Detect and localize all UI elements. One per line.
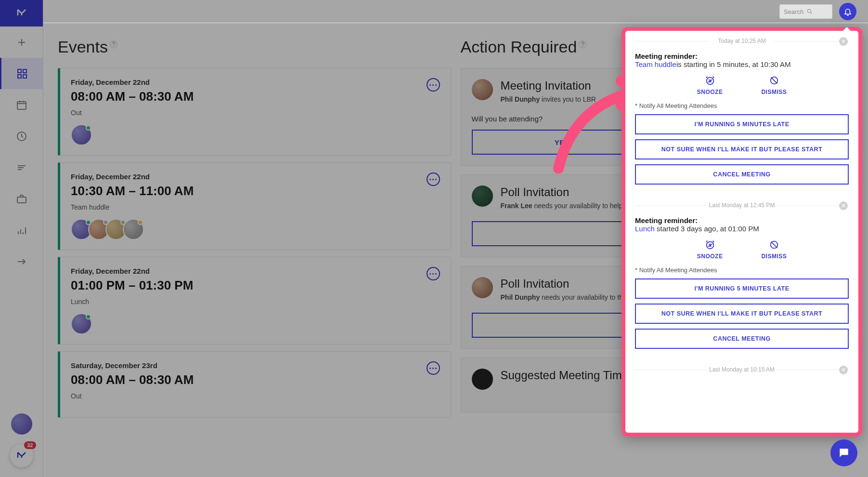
snooze-button[interactable]: SNOOZE xyxy=(697,239,723,260)
sidebar: 32 xyxy=(0,0,43,477)
app-logo[interactable] xyxy=(0,0,43,26)
action-subtitle: Phil Dunphy invites you to LBR xyxy=(501,95,596,103)
nav-list[interactable] xyxy=(0,152,43,183)
notification-card: Meeting reminder: Team huddleis starting… xyxy=(635,49,849,198)
event-card[interactable]: Friday, December 22nd 08:00 AM – 08:30 A… xyxy=(58,68,451,156)
notif-title: Meeting reminder: xyxy=(635,52,849,60)
event-title: Team huddle xyxy=(71,203,440,211)
user-avatar[interactable] xyxy=(11,413,32,435)
topbar: Search xyxy=(43,0,868,23)
event-card[interactable]: Friday, December 22nd 01:00 PM – 01:30 P… xyxy=(58,257,451,344)
snooze-icon xyxy=(705,239,715,250)
event-more-button[interactable] xyxy=(427,78,440,92)
notif-subtitle: Lunch started 3 days ago, at 01:00 PM xyxy=(635,225,849,233)
help-icon[interactable]: ? xyxy=(110,40,117,48)
search-icon xyxy=(806,8,813,15)
action-subtitle: Phil Dunphy needs your availability to t… xyxy=(501,293,627,301)
plus-icon xyxy=(16,37,27,48)
event-date: Saturday, December 23rd xyxy=(71,361,440,370)
svg-point-7 xyxy=(808,9,811,13)
notif-link[interactable]: Team huddle xyxy=(635,60,676,68)
svg-rect-4 xyxy=(17,102,26,109)
action-title: Poll Invitation xyxy=(501,277,627,291)
action-title: Meeting Invitation xyxy=(501,79,596,93)
bell-icon xyxy=(843,7,852,16)
search-placeholder: Search xyxy=(784,8,803,15)
chat-fab[interactable] xyxy=(830,439,857,466)
notification-panel: Today at 10:25 AM ✕ Meeting reminder: Te… xyxy=(625,31,858,433)
nav-add[interactable] xyxy=(0,26,43,58)
running-late-button[interactable]: I'M RUNNING 5 MINUTES LATE xyxy=(635,114,849,134)
notif-link[interactable]: Lunch xyxy=(635,225,655,233)
svg-rect-0 xyxy=(18,69,21,73)
inviter-avatar xyxy=(472,277,493,298)
event-card[interactable]: Friday, December 22nd 10:30 AM – 11:00 A… xyxy=(58,162,451,250)
snooze-icon xyxy=(705,75,715,86)
nav-calendar[interactable] xyxy=(0,89,43,120)
lines-icon xyxy=(16,162,27,173)
notif-title: Meeting reminder: xyxy=(635,216,849,225)
notif-close-button[interactable]: ✕ xyxy=(839,201,848,210)
help-icon[interactable]: ? xyxy=(579,40,586,48)
notif-close-button[interactable]: ✕ xyxy=(839,366,848,374)
notif-subtitle: Team huddleis starting in 5 minutes, at … xyxy=(635,60,849,68)
notify-all-label: * Notify All Meeting Attendees xyxy=(635,266,849,274)
nav-stats[interactable] xyxy=(0,214,43,246)
dismiss-button[interactable]: DISMISS xyxy=(761,239,787,260)
notif-timestamp: Last Monday at 12:45 PM xyxy=(635,202,849,209)
notifications-button[interactable] xyxy=(839,3,856,20)
notif-timestamp: Last Monday at 10:15 AM xyxy=(635,366,849,373)
svg-rect-2 xyxy=(18,75,21,78)
event-date: Friday, December 22nd xyxy=(71,172,440,181)
event-title: Out xyxy=(71,109,440,117)
notification-tray-pointer xyxy=(842,27,852,32)
nav-dashboard[interactable] xyxy=(0,58,43,89)
suggestion-avatar xyxy=(472,369,493,390)
inviter-avatar xyxy=(472,79,493,100)
nav-briefcase[interactable] xyxy=(0,183,43,214)
event-date: Friday, December 22nd xyxy=(71,78,440,86)
briefcase-icon xyxy=(16,193,27,205)
event-more-button[interactable] xyxy=(427,172,440,186)
dismiss-icon xyxy=(769,75,779,86)
notification-card: Meeting reminder: Lunch started 3 days a… xyxy=(635,213,849,362)
svg-rect-6 xyxy=(17,197,26,203)
snooze-button[interactable]: SNOOZE xyxy=(697,75,723,95)
clock-icon xyxy=(16,131,27,142)
grid-icon xyxy=(16,68,28,80)
running-late-button[interactable]: I'M RUNNING 5 MINUTES LATE xyxy=(635,278,849,299)
attendee-avatar xyxy=(71,124,92,146)
event-time: 08:00 AM – 08:30 AM xyxy=(71,372,440,387)
event-card[interactable]: Saturday, December 23rd 08:00 AM – 08:30… xyxy=(58,351,451,418)
notify-all-label: * Notify All Meeting Attendees xyxy=(635,102,849,109)
cancel-meeting-button[interactable]: CANCEL MEETING xyxy=(635,164,849,185)
help-button[interactable]: 32 xyxy=(10,444,33,467)
chat-icon xyxy=(838,447,850,459)
nav-collapse[interactable] xyxy=(0,246,43,277)
search-input[interactable]: Search xyxy=(779,4,832,19)
event-more-button[interactable] xyxy=(427,361,440,375)
arrow-right-icon xyxy=(16,256,27,267)
notif-close-button[interactable]: ✕ xyxy=(839,37,848,46)
not-sure-button[interactable]: NOT SURE WHEN I'LL MAKE IT BUT PLEASE ST… xyxy=(635,304,849,324)
event-time: 10:30 AM – 11:00 AM xyxy=(71,184,440,199)
events-heading: Events? xyxy=(58,38,451,56)
event-time: 08:00 AM – 08:30 AM xyxy=(71,89,440,104)
calendar-icon xyxy=(16,99,27,111)
help-badge: 32 xyxy=(24,441,36,449)
event-more-button[interactable] xyxy=(427,267,440,280)
not-sure-button[interactable]: NOT SURE WHEN I'LL MAKE IT BUT PLEASE ST… xyxy=(635,139,849,159)
bars-icon xyxy=(16,225,27,236)
event-date: Friday, December 22nd xyxy=(71,267,440,275)
action-title: Suggested Meeting Time xyxy=(501,369,629,382)
svg-rect-1 xyxy=(23,69,26,73)
events-column: Events? Friday, December 22nd 08:00 AM –… xyxy=(58,38,451,477)
dismiss-button[interactable]: DISMISS xyxy=(761,75,787,95)
dismiss-icon xyxy=(769,239,779,250)
event-title: Lunch xyxy=(71,298,440,305)
notif-timestamp: Today at 10:25 AM xyxy=(635,38,849,44)
attendee-avatar xyxy=(71,313,92,334)
event-time: 01:00 PM – 01:30 PM xyxy=(71,278,440,293)
nav-clock[interactable] xyxy=(0,120,43,152)
cancel-meeting-button[interactable]: CANCEL MEETING xyxy=(635,329,849,349)
